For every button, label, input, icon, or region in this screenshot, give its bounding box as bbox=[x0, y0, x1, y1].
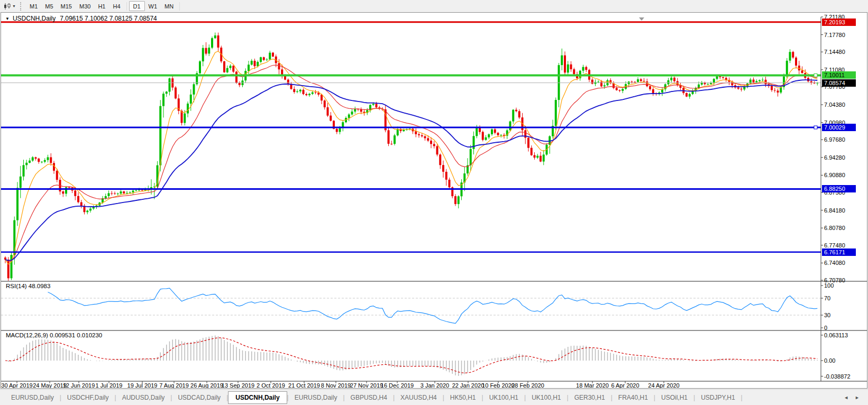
timeframe-button-d1[interactable]: D1 bbox=[129, 1, 145, 11]
timeframe-button-m15[interactable]: M15 bbox=[57, 1, 76, 11]
chart-symbol-label: USDCNH,Daily bbox=[13, 15, 56, 22]
tab-usdjpy-h1[interactable]: USDJPY,H1 bbox=[695, 392, 741, 403]
tab-scroll-right-icon[interactable]: ► bbox=[855, 395, 860, 400]
dropdown-caret-icon: ▼ bbox=[12, 4, 16, 8]
tab-hk50-h1[interactable]: HK50,H1 bbox=[444, 392, 482, 403]
tab-usdcad-daily[interactable]: USDCAD,Daily bbox=[172, 392, 226, 403]
timeframe-button-m30[interactable]: M30 bbox=[76, 1, 94, 11]
chart-ohlc-values: 7.09615 7.10062 7.08125 7.08574 bbox=[60, 15, 157, 22]
timeframe-button-mn[interactable]: MN bbox=[161, 1, 177, 11]
tab-usdcnh-daily[interactable]: USDCNH,Daily bbox=[228, 391, 287, 404]
chart-tabs: EURUSD,Daily|USDCHF,Daily|AUDUSD,Daily|U… bbox=[5, 391, 743, 404]
toolbar-group-separator bbox=[126, 2, 127, 11]
toolbar-drag-handle[interactable] bbox=[20, 2, 22, 11]
chart-window: ▼ USDCNH,Daily 7.09615 7.10062 7.08125 7… bbox=[1, 12, 867, 389]
chart-menu-caret-icon[interactable]: ▼ bbox=[5, 16, 10, 21]
tab-fra40-h1[interactable]: FRA40,H1 bbox=[613, 392, 654, 403]
chart-ohlc-header: ▼ USDCNH,Daily 7.09615 7.10062 7.08125 7… bbox=[5, 15, 157, 22]
chart-shift-marker-icon bbox=[639, 17, 644, 21]
tab-usdchf-daily[interactable]: USDCHF,Daily bbox=[61, 392, 115, 403]
chart-type-button[interactable]: ▼ bbox=[2, 1, 17, 11]
tab-scroll-arrows: ◄ ► bbox=[844, 395, 860, 400]
tab-eurusd-daily[interactable]: EURUSD,Daily bbox=[289, 392, 343, 403]
timeframe-button-w1[interactable]: W1 bbox=[145, 1, 161, 11]
timeframe-button-h1[interactable]: H1 bbox=[94, 1, 109, 11]
tab-eurusd-daily[interactable]: EURUSD,Daily bbox=[5, 392, 60, 403]
tab-ger30-h1[interactable]: GER30,H1 bbox=[569, 392, 611, 403]
tab-gbpusd-h4[interactable]: GBPUSD,H4 bbox=[345, 392, 393, 403]
tab-uk100-h1[interactable]: UK100,H1 bbox=[483, 392, 524, 403]
timeframe-button-group: M1M5M15M30H1H4D1W1MN bbox=[26, 1, 182, 11]
tab-audusd-daily[interactable]: AUDUSD,Daily bbox=[116, 392, 171, 403]
tab-separator: | bbox=[741, 394, 743, 401]
tab-usoil-h1[interactable]: USOil,H1 bbox=[655, 392, 693, 403]
timeframe-button-m1[interactable]: M1 bbox=[26, 1, 41, 11]
top-toolbar: ▼ M1M5M15M30H1H4D1W1MN bbox=[0, 0, 868, 12]
toolbar-group-separator bbox=[179, 2, 180, 11]
rsi-indicator-label: RSI(14) 48.0983 bbox=[6, 283, 50, 289]
tab-uk100-h1[interactable]: UK100,H1 bbox=[526, 392, 567, 403]
timeframe-button-h4[interactable]: H4 bbox=[109, 1, 124, 11]
tab-xauusd-h4[interactable]: XAUUSD,H4 bbox=[395, 392, 443, 403]
chart-tab-bar: EURUSD,Daily|USDCHF,Daily|AUDUSD,Daily|U… bbox=[0, 389, 868, 405]
timeframe-button-m5[interactable]: M5 bbox=[41, 1, 57, 11]
candlestick-chart-icon bbox=[3, 3, 11, 10]
tab-scroll-left-icon[interactable]: ◄ bbox=[844, 395, 848, 400]
price-chart-canvas[interactable] bbox=[1, 13, 867, 388]
macd-indicator-label: MACD(12,26,9) 0.009531 0.010230 bbox=[6, 332, 102, 338]
